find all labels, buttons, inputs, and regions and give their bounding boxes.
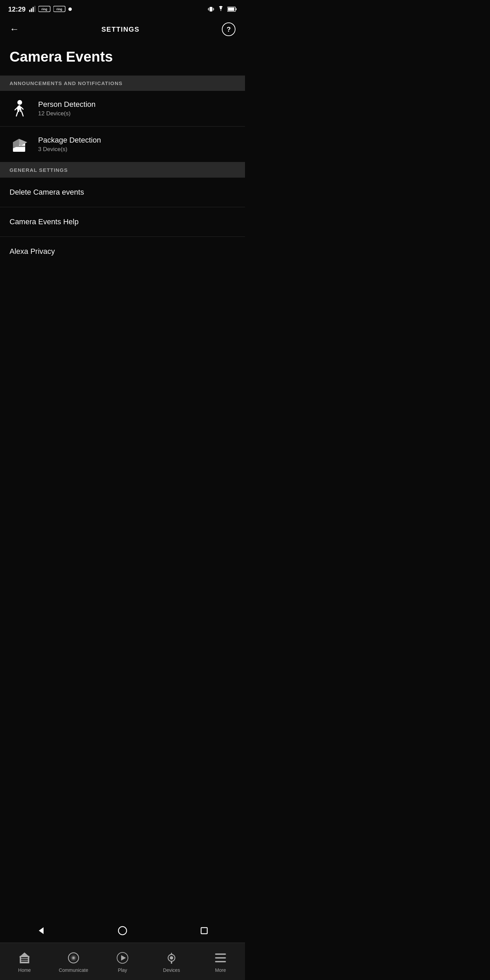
alexa-privacy-label: Alexa Privacy — [10, 247, 55, 256]
delete-camera-events-item[interactable]: Delete Camera events — [0, 178, 245, 207]
svg-point-17 — [18, 100, 22, 105]
status-time: 12:29 — [8, 5, 25, 13]
section-announcements-header: ANNOUNCEMENTS AND NOTIFICATIONS — [0, 76, 245, 91]
package-detection-title: Package Detection — [38, 136, 101, 145]
person-detection-item[interactable]: Person Detection 12 Device(s) — [0, 91, 245, 127]
wifi-icon — [217, 6, 224, 13]
package-detection-text: Package Detection 3 Device(s) — [38, 136, 101, 153]
svg-rect-10 — [208, 8, 209, 11]
back-button[interactable]: ← — [10, 24, 19, 34]
main-content: Camera Events ANNOUNCEMENTS AND NOTIFICA… — [0, 41, 245, 327]
svg-rect-1 — [31, 8, 32, 12]
svg-text:ring: ring — [56, 8, 62, 11]
camera-events-help-item[interactable]: Camera Events Help — [0, 207, 245, 237]
camera-events-help-label: Camera Events Help — [10, 218, 79, 226]
page-title-section: Camera Events — [0, 41, 245, 76]
section-general-header: GENERAL SETTINGS — [0, 162, 245, 178]
header-title: SETTINGS — [102, 25, 140, 33]
svg-rect-11 — [213, 8, 214, 11]
ring-icon-2: ring — [53, 6, 66, 13]
svg-rect-9 — [210, 7, 212, 11]
svg-rect-0 — [29, 10, 30, 12]
svg-line-18 — [16, 112, 18, 116]
person-detection-subtitle: 12 Device(s) — [38, 110, 95, 117]
dot-icon — [68, 8, 72, 11]
svg-rect-13 — [214, 8, 214, 10]
package-detection-subtitle: 3 Device(s) — [38, 146, 101, 153]
svg-line-21 — [21, 107, 23, 109]
header: ← SETTINGS ? — [0, 17, 245, 41]
delete-camera-events-label: Delete Camera events — [10, 188, 84, 196]
status-bar: 12:29 ring ring — [0, 0, 245, 17]
alexa-privacy-item[interactable]: Alexa Privacy — [0, 237, 245, 266]
svg-rect-25 — [13, 146, 25, 147]
svg-rect-15 — [235, 8, 237, 10]
package-detection-item[interactable]: Package Detection 3 Device(s) — [0, 127, 245, 162]
svg-text:ring: ring — [41, 8, 47, 11]
person-detection-title: Person Detection — [38, 100, 95, 109]
person-detection-text: Person Detection 12 Device(s) — [38, 100, 95, 117]
svg-line-19 — [22, 112, 23, 116]
page-title: Camera Events — [10, 48, 235, 65]
svg-point-8 — [68, 8, 72, 11]
svg-rect-3 — [34, 6, 35, 12]
vibrate-icon — [208, 6, 215, 13]
svg-rect-16 — [228, 8, 234, 11]
battery-icon — [227, 6, 237, 12]
signal-icon — [29, 6, 36, 13]
svg-rect-2 — [33, 7, 34, 12]
package-detection-icon — [10, 134, 30, 154]
person-detection-icon — [10, 98, 30, 119]
ring-icon-1: ring — [38, 6, 51, 13]
help-button[interactable]: ? — [222, 22, 235, 36]
